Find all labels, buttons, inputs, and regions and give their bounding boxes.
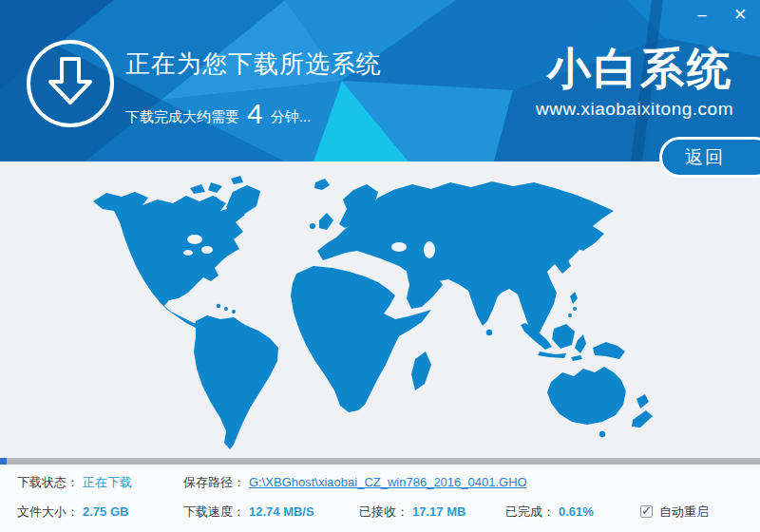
download-status-label: 下载状态： bbox=[17, 475, 79, 489]
header: – ✕ 正在为您下载所选系统 下载完成大约需要 4 分钟... 小白系统 www… bbox=[0, 0, 760, 162]
map-area bbox=[0, 162, 760, 458]
brand-logo: 小白系统 bbox=[536, 44, 733, 93]
brand-block: 小白系统 www.xiaobaixitong.com bbox=[536, 44, 733, 120]
save-path-label: 保存路径： bbox=[183, 475, 245, 489]
auto-restart-checkbox[interactable] bbox=[640, 505, 653, 518]
received-label: 已接收： bbox=[359, 504, 408, 519]
eta-suffix: 分钟... bbox=[271, 108, 312, 126]
new-zealand bbox=[636, 394, 649, 408]
page-title: 正在为您下载所选系统 bbox=[125, 48, 382, 81]
progress-fill bbox=[0, 458, 7, 465]
eta-prefix: 下载完成大约需要 bbox=[125, 108, 239, 126]
file-size-cell: 文件大小：2.75 GB bbox=[17, 504, 128, 521]
completed-cell: 已完成：0.61% bbox=[505, 504, 594, 521]
received-cell: 已接收：17.17 MB bbox=[359, 504, 466, 521]
back-button[interactable]: 返回 bbox=[659, 137, 760, 178]
new-guinea bbox=[593, 342, 625, 359]
download-status-cell: 下载状态：正在下载 bbox=[17, 474, 132, 491]
sulawesi bbox=[575, 334, 586, 353]
file-size-label: 文件大小： bbox=[17, 504, 79, 519]
completed-label: 已完成： bbox=[505, 504, 555, 519]
speed-cell: 下载速度：12.74 MB/S bbox=[183, 504, 314, 521]
speed-label: 下载速度： bbox=[183, 504, 245, 519]
eta-minutes: 4 bbox=[247, 102, 263, 126]
australia bbox=[547, 367, 626, 425]
north-america bbox=[93, 192, 245, 330]
save-path-cell: 保存路径：G:\XBGhost\xiaobai_CZ_win786_2016_0… bbox=[183, 474, 527, 491]
close-button[interactable]: ✕ bbox=[728, 4, 752, 27]
download-progress-track bbox=[0, 458, 760, 465]
status-bar: 下载状态：正在下载 保存路径：G:\XBGhost\xiaobai_CZ_win… bbox=[0, 465, 760, 532]
minimize-button[interactable]: – bbox=[690, 4, 714, 27]
iceland bbox=[314, 179, 330, 190]
header-text: 正在为您下载所选系统 下载完成大约需要 4 分钟... bbox=[125, 48, 382, 126]
uk bbox=[319, 213, 333, 230]
window-controls: – ✕ bbox=[690, 4, 752, 27]
completed-value: 0.61% bbox=[559, 504, 594, 519]
south-america bbox=[194, 315, 278, 449]
save-path-link[interactable]: G:\XBGhost\xiaobai_CZ_win786_2016_0401.G… bbox=[249, 475, 527, 489]
world-map bbox=[0, 162, 760, 458]
speed-value: 12.74 MB/S bbox=[249, 504, 314, 519]
continents bbox=[93, 176, 653, 449]
download-icon bbox=[27, 40, 114, 127]
file-size-value: 2.75 GB bbox=[83, 504, 128, 519]
borneo bbox=[552, 324, 575, 349]
auto-restart-label: 自动重启 bbox=[659, 504, 709, 519]
madagascar bbox=[411, 352, 431, 390]
auto-restart-cell: 自动重启 bbox=[640, 504, 709, 521]
download-status-value: 正在下载 bbox=[83, 475, 132, 489]
eta-line: 下载完成大约需要 4 分钟... bbox=[125, 102, 382, 126]
brand-website: www.xiaobaixitong.com bbox=[536, 99, 733, 120]
app-window: – ✕ 正在为您下载所选系统 下载完成大约需要 4 分钟... 小白系统 www… bbox=[0, 0, 760, 532]
received-value: 17.17 MB bbox=[412, 504, 466, 519]
